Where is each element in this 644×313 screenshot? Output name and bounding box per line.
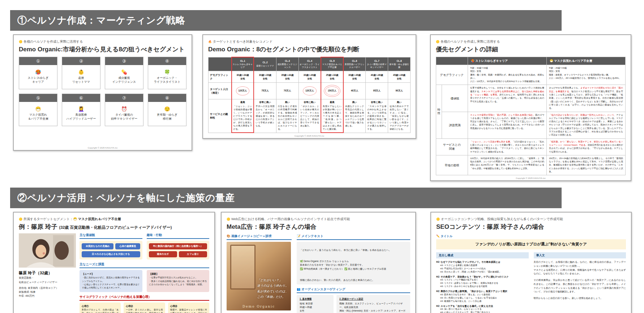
slide-priority-table: 🔥ターゲットとするべき対象をレコメンド Demo Organic：8のセグメント… [202, 34, 416, 139]
slide1-title: Demo Organic:市場分析から見える8の狙うべきセグメント [19, 45, 186, 53]
row-label-values: 価値観 [442, 85, 468, 112]
outline-h3: H3: 深い香りに包まれ、心をリセットする [440, 308, 529, 311]
slide3-kicker-text: 各種のペルソナを作成し実際に活用する [441, 40, 500, 43]
col-head-cl3: CL.3成分重視インテリジェンス [276, 57, 299, 71]
cell: 120万人。30代前半女性の総人口（約300万人）に対し、「就業率」と「肌悩み自… [468, 155, 547, 175]
cell: 40歳〜49歳 女性 [366, 71, 388, 83]
col-head-cl2: CL.2産後リセットママ [254, 57, 276, 71]
segment-card-2: ② 👶産後 リセットママ [62, 57, 100, 89]
segment-number: ① [19, 57, 57, 65]
yellow-circle-icon: 🟡 [436, 218, 440, 221]
segment-card-4: ④ 🍀オーガニック・ ライフスタイリスト [148, 57, 186, 89]
detail-service-row: サービスとの 関連 「リセット」という言葉が最も刺さる層。「1日の疲れをリセット… [436, 138, 626, 155]
values-chipbox: 本質的なものの見極め 心身の健康重視 日々の小さな心地よさを大切にする [80, 241, 142, 260]
cell: 高い従来の美白ケアで改善しない「黄ぐすみ」に悩む。「保湿しながら硬い肌をほぐす」… [388, 99, 411, 133]
ad-brand-logo: Demo Organic [227, 305, 291, 308]
table-corner [209, 57, 232, 71]
cell: 40万人 [343, 83, 366, 99]
outline-h3: H3: リスク1：バリア機能の低下を招く [440, 278, 529, 282]
cell: 35歳〜44歳 女性 [276, 71, 299, 83]
outline-h3: H3: リスク2：必要なうるおいまで奪い、乾燥を加速させる [440, 282, 529, 285]
cell: 75万人 [254, 83, 276, 99]
priority-table: CL.1ストレスゆらぎキャリア CL.2産後リセットママ CL.3成分重視インテ… [208, 57, 411, 133]
section2-header: ②ペルソナ活用：ペルソナを軸にした施策の量産 [10, 188, 562, 208]
red-circle-annotation: 120万人 [236, 86, 250, 95]
copyright: Copyright © 2025 KAGUYA.inc [431, 177, 631, 179]
intro-column: 導入文 美容のプロとして、お客様の肌に触れる。なのに、鏡に映る自分の肌は、ファン… [534, 252, 626, 313]
slide6-kicker-text: オーガニックコンテンツ戦略、投稿は味変も加えながら多くのパターンで作成可能 [441, 217, 563, 221]
cell: きらびやかな美容効果よりも、まずはマイナスの状態をゼロに戻す「肌の安定」を最優先… [547, 85, 626, 112]
col-head-cl1: CL.1ストレスゆらぎキャリア [232, 57, 254, 71]
outline-column: 見出し構成 H2: なぜ？プロでも悩むファンデのノリ。その根本原因とは H3: … [436, 252, 529, 313]
demographic-row: デモグラフィック 30歳〜34歳 女性 30歳〜39歳 女性 35歳〜44歳 女… [209, 71, 411, 83]
population-row: ターゲット人口 （推定） 120万人 75万人 70万人 120万人 150万人… [209, 83, 411, 99]
maintext-heading: 📝 メインテキスト [297, 234, 410, 240]
slide3-kicker: 🟡各種のペルソナを作成し実際に活用する [436, 39, 626, 44]
cell: 30歳〜39歳 女性 [254, 71, 276, 83]
value-chip: 心身の健康重視 [115, 243, 140, 249]
segment-card-5: ⑤ 😷マスク肌荒れ ＆バリア不全層 [19, 94, 57, 126]
segment-number: ④ [148, 57, 186, 65]
hobby-chip: 年に数回の国内旅行（特に自然豊かな場所へ） [149, 243, 207, 249]
persona-residence: 居住地: 東京都内（吉祥寺エリア） [19, 286, 76, 290]
slide3-title: 優先セグメントの詳細 [436, 45, 626, 53]
ad-image-section: 🎨 画像イメージ＋コピー＋訴求 「どれがいい？」 迷うのはもう終わり。 私が求め… [227, 234, 292, 313]
col-head-cl7: CL.7タイパ重視の効率マキシマイザー [366, 57, 388, 71]
segment-number: ② [62, 57, 100, 65]
col-head-cl5: CL.5マスク肌荒れ＆バリア不全層 [321, 57, 343, 71]
slide2-kicker: 🔥ターゲットとするべき対象をレコメンド [208, 39, 411, 44]
slides-row-2: 🟡所属するターゲットセグメント：😷 マスク肌荒れ＆バリア不全層 例：篠原 玲子 … [13, 212, 644, 313]
value-chip: 日々の小さな心地よさを大切にする [82, 251, 140, 257]
cell: 45歳〜49歳 女性 [388, 71, 411, 83]
double-red-circle-annotation: 150万人 [325, 86, 339, 95]
outline-h3: H3: 敏感肌でも毎日使える、という安心感 [440, 300, 529, 303]
slide4-title-suffix: (32歳 百貨店勤務・化粧品フロアのビューティーアドバイザー) [59, 225, 172, 230]
issues-box: 【課題】・仕事が不規則で生活リズムが乱れがちなこと。 ・数多くの化粧品情報に触れ… [147, 270, 210, 292]
cell: 30歳〜49歳 女性 [343, 71, 366, 83]
cell: 「リセット」という言葉が最も刺さる層。「1日の疲れをリセット」「乱れた肌リズムを… [468, 138, 547, 155]
outline-h2: H2: スキンケアを「自分を整える儀式」に変える方法 [436, 304, 529, 308]
values-heading: 主な価値観 [80, 233, 142, 239]
pencil-icon: ✏️ タイトル [436, 235, 452, 238]
ad-image: 「どれがいい？」 迷うのはもう終わり。 私が求めていたのは、 この『本物』だけ。… [227, 242, 291, 310]
segment-label: 更年期・ゆらぎ 移行層 [157, 113, 177, 121]
values-section: 主な価値観 本質的なものの見極め 心身の健康重視 日々の小さな心地よさを大切にす… [80, 233, 142, 260]
segment-label: 産後 リセットママ [72, 76, 90, 84]
clover-icon: 🍀 [164, 70, 170, 74]
cell: 最高「リセット」という情緒的価値が響く。いつものケアにプラスワンするだけで良い手… [232, 99, 254, 133]
cell: 非常に高い子供への安全性懸念から「オーガニック」が絶対的な価値を持つ。塗るだけの… [254, 99, 276, 133]
cell: 30歳〜34歳 女性 [232, 71, 254, 83]
ad-image-heading: 🎨 画像イメージ＋コピー＋訴求 [227, 234, 292, 240]
detail-demographic-row: デモグラフィック 年齢：30歳〜34歳 性別：女性 属性：働く女性、既婚・未婚問… [436, 65, 626, 85]
cell: 最高角質ケアをしたいが刺激が怖いという最大の未充足ニーズを持つ層。「低刺激」かつ… [321, 99, 343, 133]
alarm-clock-icon: ⏰ [121, 107, 127, 111]
outline-h3: H3: 心地よいテクスチャーで、肌と丁寧に向き合う [440, 311, 529, 313]
slide1-kicker: 🟡各種のペルソナを作成し実際に活用する [19, 39, 186, 44]
segment-number: ③ [105, 57, 143, 65]
cell: 「低刺激」かつ「擦らない」角質ケアこそ、彼女たちが探し求めているソリューション（… [547, 138, 626, 155]
massage-icon: 💆‍♀️ [78, 107, 84, 111]
psych-box-1: 心理①美容のプロとして、自身の肌は「名刺」代わり。なのに肌荒れを隠して接客するこ… [80, 303, 121, 313]
outline-h3: H3: 不規則な生活が招くターンオーバーの乱れ [440, 267, 529, 270]
row-label-service: サービスとの 関連 [436, 138, 468, 155]
cell: ストレスや疲労が翌朝に「肌の不調」として現れる体質に悩む。肌のゴワつきを感じて角… [468, 112, 547, 138]
slides-row-1: 🟡各種のペルソナを作成し実際に活用する Demo Organic:市場分析から見… [13, 34, 644, 181]
persona-family: 家族構成: 独身 [19, 290, 76, 294]
copyright: Copyright © 2025 KAGUYA.inc [203, 135, 416, 137]
segment-card-1: ① 🥵ストレスゆらぎ キャリア [19, 57, 57, 89]
row-label-demographic: デモグラフィック [209, 71, 232, 83]
table-corner [436, 57, 468, 65]
segment-number: ⑤ [19, 94, 57, 102]
detail-col2-head: 😷 マスク肌荒れ＆バリア不全層 [547, 57, 626, 65]
cell: 30歳〜49歳 女性 [299, 71, 321, 83]
outline-h3: H3: リスク3：赤みやニキビを悪化させる可能性 [440, 285, 529, 288]
cell: 120万人 [299, 83, 321, 99]
segment-number: ⑦ [105, 94, 143, 102]
intro-paragraph-1: 美容のプロとして、お客様の肌に触れる。なのに、鏡に映る自分の肌は、ファンデーショ… [534, 260, 626, 276]
baby-icon: 👶 [78, 70, 84, 74]
outline-h2: H2: 美容のプロが選ぶ新常識。「剥がさない」角質ケアという選択 [436, 290, 529, 293]
cell: 150万人 [321, 83, 343, 99]
persona-income: 年収: 450万円 [19, 294, 76, 298]
persona-photo [19, 233, 76, 268]
slide6-kicker: 🟡オーガニックコンテンツ戦略、投稿は味変も加えながら多くのパターンで作成可能 [436, 217, 626, 222]
